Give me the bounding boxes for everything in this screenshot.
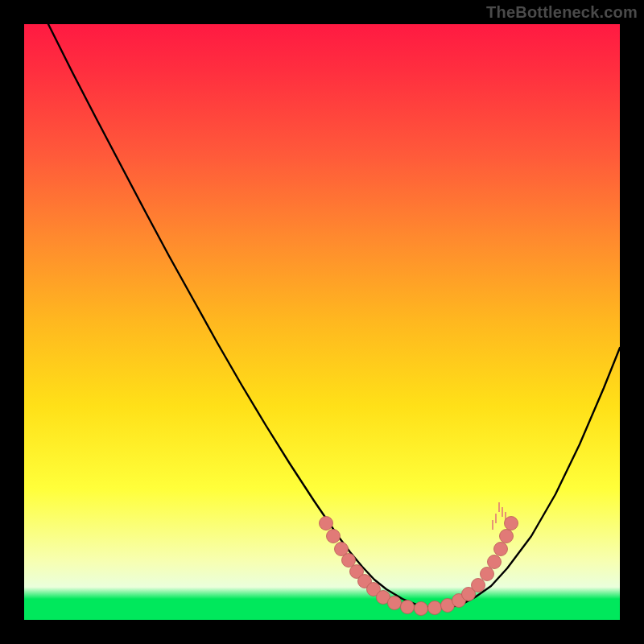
dot-cluster-right xyxy=(441,517,518,613)
watermark-text: TheBottleneck.com xyxy=(486,3,638,22)
data-dot xyxy=(505,517,518,530)
chart-frame: TheBottleneck.com xyxy=(0,0,644,644)
data-dot xyxy=(428,601,442,615)
ticks-right xyxy=(493,502,506,530)
data-dot xyxy=(320,517,333,530)
data-dot xyxy=(415,602,428,616)
bottleneck-curve xyxy=(48,24,620,609)
curve-svg xyxy=(24,24,620,620)
plot-area xyxy=(24,24,620,620)
data-dot xyxy=(488,555,502,569)
data-dot xyxy=(500,530,514,543)
data-dot xyxy=(388,597,402,610)
data-dot xyxy=(481,568,494,581)
data-dot xyxy=(401,601,415,614)
data-dot xyxy=(472,579,485,592)
dot-cluster-left xyxy=(320,517,442,616)
data-dot xyxy=(327,530,341,543)
data-dot xyxy=(494,543,508,556)
data-dot xyxy=(342,554,356,568)
